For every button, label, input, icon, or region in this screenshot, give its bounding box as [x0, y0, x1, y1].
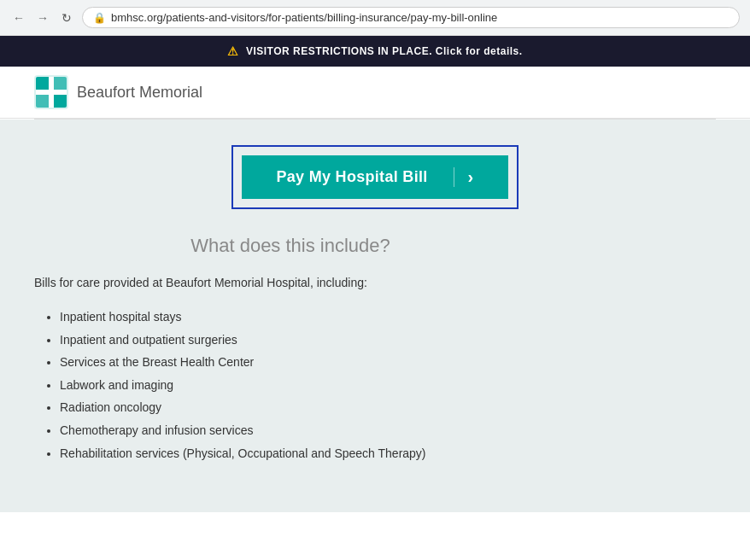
list-item: Labwork and imaging	[60, 374, 716, 397]
services-list: Inpatient hospital stays Inpatient and o…	[34, 306, 716, 464]
list-item: Rehabilitation services (Physical, Occup…	[60, 442, 716, 465]
list-item: Services at the Breast Health Center	[60, 351, 716, 374]
pay-bill-label: Pay My Hospital Bill	[276, 168, 427, 186]
pay-bill-container: Pay My Hospital Bill ›	[34, 145, 716, 209]
forward-button[interactable]: →	[34, 9, 51, 26]
section-title: What does this include?	[34, 235, 547, 257]
svg-rect-1	[36, 77, 50, 91]
svg-rect-4	[52, 93, 67, 108]
browser-chrome: ← → ↻ 🔒 bmhsc.org/patients-and-visitors/…	[0, 0, 750, 36]
back-button[interactable]: ←	[10, 9, 27, 26]
pay-hospital-bill-button[interactable]: Pay My Hospital Bill ›	[242, 155, 507, 199]
logo-text: Beaufort Memorial	[77, 84, 202, 102]
main-content: Pay My Hospital Bill › What does this in…	[0, 120, 750, 512]
address-bar[interactable]: 🔒 bmhsc.org/patients-and-visitors/for-pa…	[82, 7, 740, 28]
pay-bill-wrapper: Pay My Hospital Bill ›	[231, 145, 518, 209]
warning-icon: ⚠	[227, 44, 239, 58]
browser-toolbar: ← → ↻ 🔒 bmhsc.org/patients-and-visitors/…	[0, 0, 750, 35]
list-item: Radiation oncology	[60, 396, 716, 419]
url-text: bmhsc.org/patients-and-visitors/for-pati…	[111, 11, 497, 24]
notification-text: VISITOR RESTRICTIONS IN PLACE. Click for…	[246, 45, 523, 57]
reload-button[interactable]: ↻	[58, 9, 75, 26]
lock-icon: 🔒	[93, 12, 106, 24]
list-item: Inpatient hospital stays	[60, 306, 716, 329]
logo-container[interactable]: Beaufort Memorial	[34, 75, 202, 109]
svg-rect-3	[36, 93, 50, 108]
list-item: Inpatient and outpatient surgeries	[60, 329, 716, 352]
chevron-right-icon: ›	[454, 167, 474, 187]
section-description: Bills for care provided at Beaufort Memo…	[34, 274, 716, 292]
notification-bar[interactable]: ⚠ VISITOR RESTRICTIONS IN PLACE. Click f…	[0, 36, 750, 67]
svg-rect-6	[36, 90, 67, 95]
site-header: Beaufort Memorial	[0, 67, 750, 119]
list-item: Chemotherapy and infusion services	[60, 419, 716, 442]
logo-icon	[34, 75, 68, 109]
svg-rect-2	[52, 77, 67, 91]
